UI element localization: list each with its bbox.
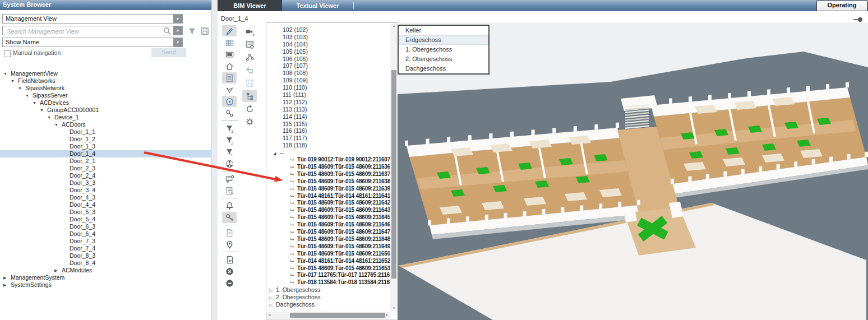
scroll-down-icon[interactable]: ▼	[390, 305, 398, 312]
tree-item-door_4_4[interactable]: Door_4_4	[0, 201, 211, 208]
room-item[interactable]: 102 (102)	[267, 26, 390, 34]
tree-node-group[interactable]: ◢--	[267, 149, 390, 156]
tree-item-door_8_3[interactable]: Door_8_3	[0, 252, 211, 259]
scroll-right-icon[interactable]: ►	[384, 312, 390, 319]
floor-popup-item-2-obergeschoss[interactable]: 2. Obergeschoss	[399, 54, 488, 64]
expanded-arrow-icon[interactable]: ▼	[47, 114, 54, 121]
door-connection-item[interactable]: ↪Tür-015 48609:Tür-015 48609:211637	[267, 171, 390, 178]
tab-bim-viewer[interactable]: BIM Viewer	[218, 0, 282, 11]
door-connection-item[interactable]: ↪Tür-018 113584:Tür-018 113584:211682	[267, 279, 390, 286]
tool-export-document-button[interactable]	[222, 254, 237, 265]
tool-grid-view-button[interactable]	[222, 37, 237, 48]
tree-item-sipassnetwork[interactable]: ▼SipassNetwork	[0, 85, 211, 92]
tree-item-door_8_4[interactable]: Door_8_4	[0, 259, 211, 267]
room-item[interactable]: 109 (109)	[267, 77, 390, 84]
expanded-arrow-icon[interactable]: ◢	[273, 150, 280, 157]
chevron-down-icon[interactable]: ▼	[173, 26, 182, 35]
tool-key-button[interactable]	[222, 212, 237, 223]
room-item[interactable]: 106 (106)	[267, 55, 390, 63]
door-connection-item[interactable]: ↪Tür-015 48609:Tür-015 48609:211645	[267, 214, 390, 221]
tool-page-report-button[interactable]: P	[222, 227, 237, 238]
tree-item-door_1_1[interactable]: Door_1_1	[0, 128, 211, 136]
tool-location-pin-button[interactable]	[222, 239, 237, 250]
tree-item-door_1_2[interactable]: Door_1_2	[0, 136, 211, 143]
floor-popup-item-1-obergeschoss[interactable]: 1. Obergeschoss	[399, 45, 488, 54]
floor-popup-item-keller[interactable]: Keller	[399, 26, 488, 35]
tool-annotate-pen-button[interactable]	[222, 25, 237, 36]
scroll-left-icon[interactable]: ◄	[266, 312, 273, 319]
tool-screen-view-button[interactable]	[222, 49, 237, 60]
horizontal-scroll-thumb[interactable]	[290, 313, 385, 318]
floor-tree-item[interactable]: ▷1. Obergeschoss	[267, 286, 390, 294]
door-connection-item[interactable]: ↪Tür-015 48609:Tür-015 48609:211642	[267, 200, 390, 207]
tool-hierarchy-button[interactable]	[242, 90, 257, 102]
tree-item-device_1[interactable]: ▼Device_1	[0, 114, 211, 121]
tool-home-view-button[interactable]	[222, 61, 237, 72]
room-item[interactable]: 111 (111)	[267, 91, 390, 99]
tool-remove-circle-button[interactable]	[222, 277, 237, 289]
tool-filter-2-button[interactable]: 2	[222, 135, 237, 146]
door-connection-item[interactable]: ↪Tür-015 48609:Tür-015 48609:211639	[267, 185, 390, 193]
tool-form-settings-button[interactable]	[242, 38, 257, 50]
tool-linked-nodes-button[interactable]	[222, 108, 237, 119]
expanded-arrow-icon[interactable]: ▼	[11, 77, 18, 85]
tree-item-sipassserver[interactable]: ▼SipassServer	[0, 92, 211, 99]
room-item[interactable]: 118 (118)	[267, 142, 390, 149]
room-item[interactable]: 105 (105)	[267, 48, 390, 55]
tool-undo-button[interactable]	[242, 64, 257, 76]
tree-item-door_2_4[interactable]: Door_2_4	[0, 172, 211, 179]
tool-camera-button[interactable]	[242, 25, 257, 38]
vertical-scroll-thumb[interactable]	[391, 70, 396, 279]
tree-item-door_7_3[interactable]: Door_7_3	[0, 238, 211, 245]
room-item[interactable]: 108 (108)	[267, 69, 390, 77]
room-item[interactable]: 117 (117)	[267, 135, 390, 142]
tree-item-door_1_4[interactable]: Door_1_4	[0, 150, 211, 157]
door-connection-item[interactable]: ↪Tür-014 48161:Tür-014 48161:211641	[267, 193, 390, 200]
scroll-up-icon[interactable]: ▲	[390, 23, 398, 29]
tree-item-door_2_1[interactable]: Door_2_1	[0, 157, 211, 165]
door-connection-item[interactable]: ↪Tür-015 48609:Tür-015 48609:211643	[267, 207, 390, 214]
filter-icon[interactable]	[187, 26, 197, 36]
tree-item-door_5_3[interactable]: Door_5_3	[0, 208, 211, 216]
tree-item-managementview[interactable]: ▼ManagementView	[0, 70, 211, 77]
tool-document-list-button[interactable]	[222, 72, 237, 84]
tool-view-cone-button[interactable]	[222, 84, 237, 95]
room-item[interactable]: 107 (107)	[267, 62, 390, 69]
tree-item-door_1_3[interactable]: Door_1_3	[0, 143, 211, 150]
floor-popup-item-erdgeschoss[interactable]: Erdgeschoss	[399, 35, 488, 45]
tool-document-search-button[interactable]	[222, 185, 237, 196]
tool-radiation-button[interactable]	[222, 158, 237, 169]
tree-item-door_7_4[interactable]: Door_7_4	[0, 245, 211, 252]
collapsed-arrow-icon[interactable]: ▷	[269, 302, 276, 309]
collapsed-arrow-icon[interactable]: ▶	[54, 267, 62, 274]
chevron-down-icon[interactable]: ▼	[173, 15, 182, 23]
door-connection-item[interactable]: ↪Tür-015 48609:Tür-015 48609:211638	[267, 178, 390, 185]
tree-item-systemsettings[interactable]: ▶SystemSettings	[0, 281, 211, 289]
expanded-arrow-icon[interactable]: ▼	[33, 99, 40, 106]
door-connection-item[interactable]: ↪Tür-015 48609:Tür-015 48609:211648	[267, 236, 390, 243]
tool-route-nodes-button[interactable]	[242, 51, 257, 63]
door-connection-item[interactable]: ↪Tür-015 48609:Tür-015 48609:211636	[267, 164, 390, 171]
tool-refresh-button[interactable]	[242, 103, 257, 115]
room-item[interactable]: 104 (104)	[267, 41, 390, 48]
door-connection-item[interactable]: ↪Tür-017 112765:Tür-017 112765:211680	[267, 272, 390, 279]
expanded-arrow-icon[interactable]: ▼	[40, 106, 47, 114]
tree-item-managementsystem[interactable]: ▶ManagementSystem	[0, 274, 211, 281]
send-button[interactable]: Send	[151, 48, 186, 57]
operating-mode-button[interactable]: Operating	[816, 1, 867, 11]
horizontal-scrollbar[interactable]: ◄ ►	[266, 312, 390, 319]
room-item[interactable]: 114 (114)	[267, 113, 390, 120]
expanded-arrow-icon[interactable]: ▼	[3, 70, 11, 77]
search-input[interactable]	[6, 27, 160, 35]
tree-item-door_5_4[interactable]: Door_5_4	[0, 216, 211, 223]
door-connection-item[interactable]: ↪Tür-015 48609:Tür-015 48609:211650	[267, 251, 390, 258]
tab-textual-viewer[interactable]: Textual Viewer	[282, 0, 353, 11]
collapsed-arrow-icon[interactable]: ▶	[3, 281, 11, 289]
floor-popup-item-dachgeschoss[interactable]: Dachgeschoss	[399, 64, 488, 73]
tool-cancel-circle-button[interactable]	[222, 266, 237, 277]
room-item[interactable]: 116 (116)	[267, 127, 390, 135]
display-mode-dropdown[interactable]: Show Name ▼	[2, 38, 183, 47]
tree-item-door_3_3[interactable]: Door_3_3	[0, 179, 211, 187]
tree-item-groupacc0000001[interactable]: ▼GroupACC0000001	[0, 106, 211, 114]
room-item[interactable]: 110 (110)	[267, 84, 390, 91]
